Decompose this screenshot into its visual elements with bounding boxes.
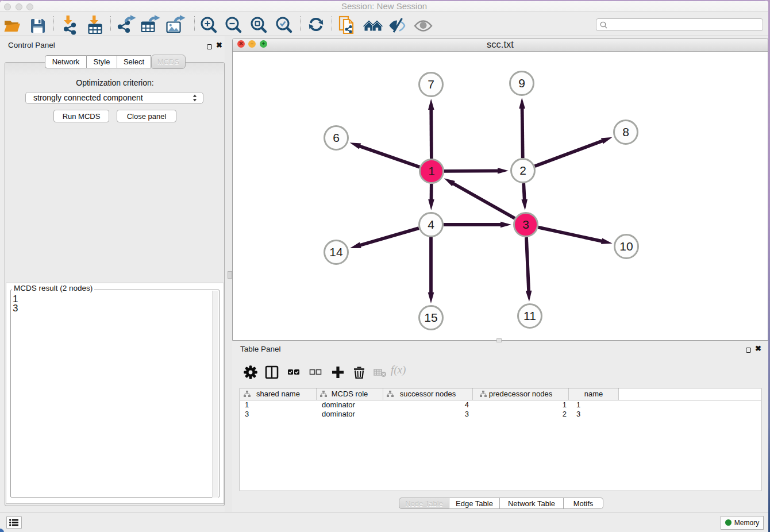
svg-text:10: 10 bbox=[619, 240, 633, 253]
svg-text:7: 7 bbox=[428, 78, 434, 91]
svg-text:8: 8 bbox=[622, 125, 629, 138]
svg-text:3: 3 bbox=[522, 218, 529, 231]
svg-text:2: 2 bbox=[519, 164, 526, 177]
svg-text:4: 4 bbox=[428, 218, 434, 231]
svg-text:9: 9 bbox=[518, 76, 525, 90]
svg-text:11: 11 bbox=[523, 309, 536, 322]
svg-text:15: 15 bbox=[424, 311, 437, 324]
svg-text:14: 14 bbox=[329, 245, 343, 259]
svg-text:6: 6 bbox=[333, 131, 340, 144]
svg-text:1: 1 bbox=[428, 164, 435, 178]
